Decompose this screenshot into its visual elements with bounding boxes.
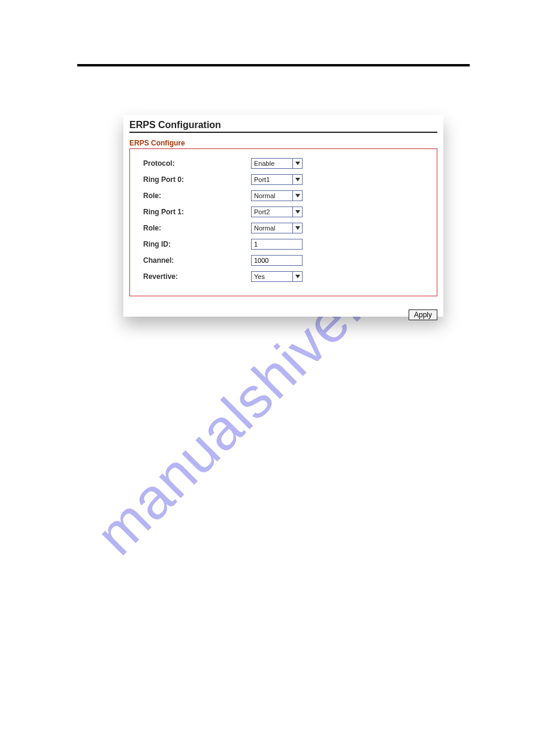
chevron-down-icon [292, 272, 302, 281]
svg-marker-5 [295, 275, 300, 278]
row-revertive: Revertive: Yes [143, 269, 424, 284]
row-protocol: Protocol: Enable [143, 156, 424, 171]
erps-config-screenshot: ERPS Configuration ERPS Configure Protoc… [123, 115, 443, 317]
select-ring-port-1[interactable]: Port2 [251, 207, 303, 217]
select-role-1[interactable]: Normal [251, 223, 303, 233]
page-title: ERPS Configuration [129, 120, 437, 133]
select-role-0[interactable]: Normal [251, 190, 303, 201]
row-channel: Channel: [143, 253, 424, 268]
input-ring-id[interactable] [251, 239, 303, 250]
page: manualshive.com ERPS Configuration ERPS … [0, 0, 535, 756]
select-revertive-value: Yes [254, 273, 265, 280]
label-ring-port-0: Ring Port 0: [143, 175, 251, 184]
chevron-down-icon [292, 207, 302, 217]
label-ring-id: Ring ID: [143, 240, 251, 248]
horizontal-rule [77, 64, 470, 66]
row-role-0: Role: Normal [143, 188, 424, 204]
row-ring-port-0: Ring Port 0: Port1 [143, 172, 424, 187]
label-protocol: Protocol: [143, 159, 251, 168]
select-protocol[interactable]: Enable [251, 158, 303, 169]
select-ring-port-0[interactable]: Port1 [251, 174, 303, 185]
select-revertive[interactable]: Yes [251, 271, 303, 282]
row-role-1: Role: Normal [143, 220, 424, 236]
chevron-down-icon [292, 223, 302, 233]
svg-marker-0 [295, 162, 300, 165]
select-ring-port-0-value: Port1 [254, 176, 270, 183]
select-ring-port-1-value: Port2 [254, 208, 270, 215]
apply-button[interactable]: Apply [409, 309, 437, 320]
apply-row: Apply [129, 309, 437, 320]
chevron-down-icon [292, 159, 302, 168]
label-ring-port-1: Ring Port 1: [143, 208, 251, 216]
input-channel[interactable] [251, 255, 303, 266]
chevron-down-icon [292, 191, 302, 201]
select-role-0-value: Normal [254, 192, 275, 199]
section-subtitle: ERPS Configure [129, 139, 437, 147]
row-ring-port-1: Ring Port 1: Port2 [143, 204, 424, 220]
config-panel: Protocol: Enable Ring Port 0: Port1 [129, 148, 437, 296]
svg-marker-3 [295, 210, 300, 214]
svg-marker-1 [295, 178, 300, 181]
select-protocol-value: Enable [254, 160, 274, 167]
row-ring-id: Ring ID: [143, 236, 424, 252]
select-role-1-value: Normal [254, 224, 275, 232]
label-channel: Channel: [143, 256, 251, 265]
label-role-1: Role: [143, 224, 251, 232]
svg-marker-2 [295, 194, 300, 198]
chevron-down-icon [292, 175, 302, 184]
svg-marker-4 [295, 226, 300, 230]
label-revertive: Revertive: [143, 272, 251, 281]
label-role-0: Role: [143, 192, 251, 200]
